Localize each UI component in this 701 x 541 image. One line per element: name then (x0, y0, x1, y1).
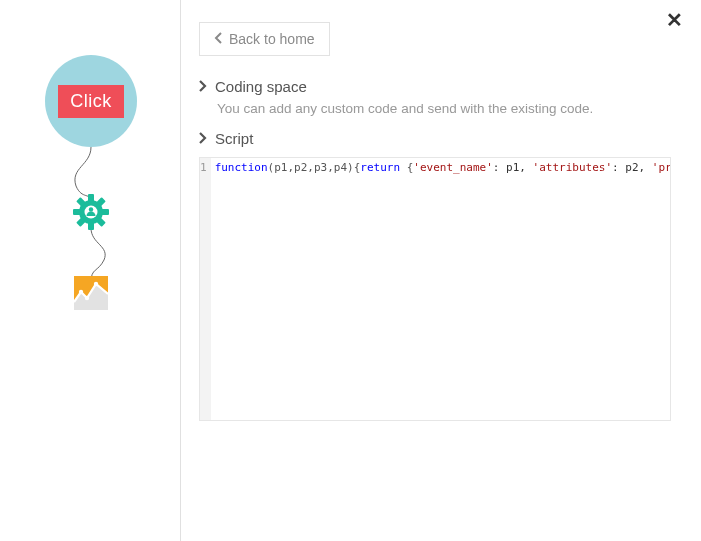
tok: 'products' (652, 161, 671, 174)
tok: function (215, 161, 268, 174)
coding-space-description: You can add any custom code and send wit… (217, 101, 671, 116)
svg-rect-2 (88, 222, 94, 230)
svg-rect-3 (73, 209, 81, 215)
gear-node[interactable] (71, 192, 111, 232)
analytics-node[interactable] (74, 276, 108, 310)
click-badge: Click (58, 85, 124, 118)
tok: 'event_name' (413, 161, 492, 174)
chevron-right-icon (199, 130, 207, 147)
editor-content[interactable]: function(p1,p2,p3,p4){return {'event_nam… (211, 158, 671, 420)
editor-gutter: 1 (200, 158, 211, 420)
detail-panel: Back to home Coding space You can add an… (180, 0, 701, 541)
tok (400, 161, 407, 174)
script-title: Script (215, 130, 253, 147)
coding-space-title: Coding space (215, 78, 307, 95)
coding-space-toggle[interactable]: Coding space (199, 78, 671, 95)
svg-rect-1 (88, 194, 94, 202)
tok: 'attributes' (533, 161, 612, 174)
line-number: 1 (200, 160, 207, 176)
tok: return (360, 161, 400, 174)
analytics-icon (74, 276, 108, 310)
tok: (p1,p2,p3,p4) (268, 161, 354, 174)
back-to-home-button[interactable]: Back to home (199, 22, 330, 56)
chevron-right-icon (199, 78, 207, 95)
script-toggle[interactable]: Script (199, 130, 671, 147)
coding-space-section: Coding space You can add any custom code… (199, 78, 671, 116)
flow-graph: Click (0, 0, 180, 541)
svg-point-10 (89, 207, 93, 211)
tok: : p2, (612, 161, 652, 174)
tok: : p1, (493, 161, 533, 174)
chevron-left-icon (214, 31, 223, 47)
gear-icon (71, 192, 111, 232)
script-section: Script 1 function(p1,p2,p3,p4){return {'… (199, 130, 671, 421)
event-node-click[interactable]: Click (45, 55, 137, 147)
back-button-label: Back to home (229, 31, 315, 47)
svg-point-13 (85, 296, 89, 300)
svg-rect-4 (101, 209, 109, 215)
code-editor[interactable]: 1 function(p1,p2,p3,p4){return {'event_n… (199, 157, 671, 421)
svg-point-14 (94, 282, 98, 286)
svg-point-12 (79, 290, 83, 294)
